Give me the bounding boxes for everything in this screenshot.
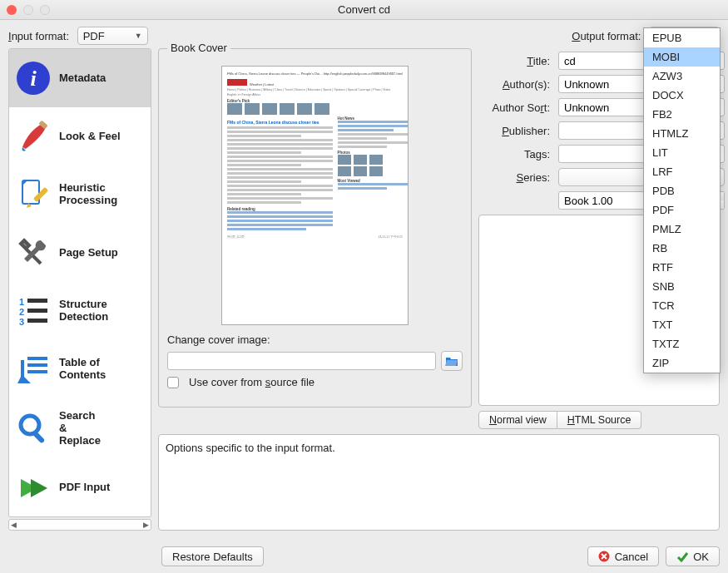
output-format-option[interactable]: PDF: [644, 200, 720, 220]
use-source-cover-checkbox[interactable]: [167, 377, 179, 388]
output-format-dropdown-list[interactable]: EPUBMOBIAZW3DOCXFB2HTMLZLITLRFPDBPDFPMLZ…: [643, 27, 721, 373]
sidebar-item-heuristic[interactable]: Heuristic Processing: [9, 165, 151, 224]
cover-preview-image: FMs of China, Sierra Leone discuss close…: [221, 66, 409, 325]
authors-label: Author(s):: [478, 78, 553, 91]
output-format-option[interactable]: SNB: [644, 277, 720, 296]
sidebar-item-label: Heuristic Processing: [59, 182, 117, 207]
change-cover-label: Change cover image:: [167, 333, 463, 346]
numbered-list-icon: 123: [16, 294, 51, 328]
use-source-cover-row: Use cover from source file: [167, 376, 463, 388]
sidebar-item-toc[interactable]: Table of Contents: [9, 340, 151, 398]
svg-rect-9: [27, 309, 47, 313]
sidebar-item-search-replace[interactable]: Search & Replace: [9, 398, 151, 459]
series-label: Series:: [478, 171, 553, 184]
sidebar-item-look-feel[interactable]: Look & Feel: [9, 107, 151, 165]
output-format-option[interactable]: TCR: [644, 296, 720, 315]
svg-rect-13: [27, 370, 47, 373]
book-cover-legend: Book Cover: [167, 42, 230, 54]
output-format-option[interactable]: RB: [644, 239, 720, 258]
svg-text:1: 1: [19, 297, 24, 307]
authorsort-label: Author Sort:: [478, 101, 553, 114]
output-format-option[interactable]: FB2: [644, 105, 720, 124]
output-format-option[interactable]: PMLZ: [644, 220, 720, 239]
output-format-option[interactable]: RTF: [644, 258, 720, 277]
publisher-label: Publisher:: [478, 125, 553, 137]
scroll-left-icon[interactable]: ◀: [11, 521, 17, 529]
output-format-label: Output format:: [572, 30, 641, 42]
tags-label: Tags:: [478, 148, 553, 161]
svg-rect-8: [27, 299, 47, 303]
document-pencil-icon: [16, 177, 51, 212]
output-format-option[interactable]: HTMLZ: [644, 124, 720, 143]
cover-path-input[interactable]: [167, 352, 436, 370]
tab-html-source[interactable]: HTML Source: [557, 411, 642, 429]
section-sidebar[interactable]: i Metadata Look & Feel Heuristic Process…: [8, 48, 151, 517]
sidebar-item-page-setup[interactable]: Page Setup: [9, 224, 151, 282]
output-format-option[interactable]: DOCX: [644, 86, 720, 105]
svg-point-14: [21, 416, 39, 434]
svg-text:3: 3: [19, 317, 24, 327]
magnifier-icon: [16, 411, 51, 446]
output-format-option[interactable]: PDB: [644, 181, 720, 200]
sidebar-item-structure[interactable]: 123 Structure Detection: [9, 282, 151, 340]
window-titlebar: Convert cd: [0, 0, 728, 20]
output-format-option[interactable]: AZW3: [644, 67, 720, 86]
input-format-group: Input format: PDF ▼: [8, 27, 148, 45]
folder-open-icon: [445, 355, 458, 367]
output-format-option[interactable]: LIT: [644, 143, 720, 162]
output-format-option[interactable]: TXT: [644, 315, 720, 334]
scroll-right-icon[interactable]: ▶: [143, 521, 149, 529]
output-format-option[interactable]: LRF: [644, 162, 720, 181]
info-icon: i: [16, 61, 51, 96]
arrow-right-icon: [16, 471, 51, 506]
cancel-button[interactable]: Cancel: [587, 546, 659, 566]
output-format-option[interactable]: TXTZ: [644, 334, 720, 353]
paintbrush-icon: [16, 119, 51, 154]
comments-view-tabs: Normal view HTML Source: [478, 411, 720, 429]
chevron-down-icon: ▼: [135, 32, 142, 40]
svg-text:2: 2: [19, 307, 24, 317]
svg-rect-11: [27, 357, 47, 360]
input-format-label: Input format:: [8, 30, 69, 42]
toc-icon: [16, 352, 51, 387]
output-format-option[interactable]: ZIP: [644, 353, 720, 373]
input-options-textbox[interactable]: Options specific to the input format.: [158, 434, 720, 531]
output-format-option[interactable]: EPUB: [644, 28, 720, 47]
input-options-placeholder: Options specific to the input format.: [166, 442, 335, 454]
svg-rect-10: [27, 319, 47, 323]
sidebar-item-pdf-input[interactable]: PDF Input: [9, 459, 151, 517]
input-format-select[interactable]: PDF ▼: [77, 27, 148, 45]
svg-text:i: i: [30, 67, 37, 91]
ok-check-icon: [676, 551, 688, 562]
sidebar-item-metadata[interactable]: i Metadata: [9, 49, 151, 107]
window-title: Convert cd: [0, 3, 728, 16]
sidebar-horiz-scrollbar[interactable]: ◀ ▶: [8, 519, 151, 531]
browse-cover-button[interactable]: [441, 351, 463, 371]
svg-rect-12: [27, 363, 47, 367]
book-cover-group: Book Cover FMs of China, Sierra Leone di…: [158, 48, 472, 408]
tab-normal-view[interactable]: Normal view: [478, 411, 557, 429]
title-label: Title:: [478, 55, 553, 67]
output-format-option[interactable]: MOBI: [644, 47, 720, 67]
restore-defaults-button[interactable]: Restore Defaults: [161, 546, 264, 566]
ok-button[interactable]: OK: [666, 546, 720, 566]
cancel-icon: [598, 551, 610, 562]
svg-rect-15: [32, 431, 46, 444]
use-source-cover-label: Use cover from source file: [189, 376, 314, 388]
tools-icon: [16, 235, 51, 270]
